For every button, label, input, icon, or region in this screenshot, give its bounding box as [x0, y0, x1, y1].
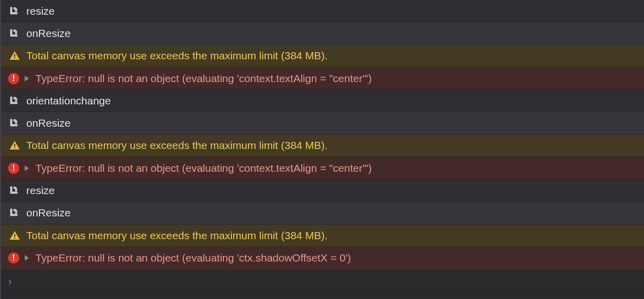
- error-icon: !: [8, 252, 19, 264]
- log-source-icon: [8, 206, 21, 219]
- console-row[interactable]: onResize: [1, 112, 644, 134]
- warning-message: Total canvas memory use exceeds the maxi…: [26, 50, 644, 62]
- warning-message: Total canvas memory use exceeds the maxi…: [26, 230, 644, 242]
- log-source-icon: [8, 184, 21, 197]
- log-message: resize: [26, 184, 644, 197]
- error-icon: !: [8, 73, 19, 84]
- warning-icon: [8, 139, 21, 152]
- svg-rect-2: [14, 144, 15, 146]
- error-message: TypeError: null is not an object (evalua…: [35, 162, 644, 174]
- svg-rect-5: [14, 237, 15, 238]
- warning-icon: [8, 229, 21, 242]
- console-row[interactable]: resize: [1, 179, 644, 202]
- console-row[interactable]: ! TypeError: null is not an object (eval…: [1, 247, 644, 269]
- chevron-right-icon[interactable]: [23, 254, 30, 261]
- console-row[interactable]: Total canvas memory use exceeds the maxi…: [1, 45, 644, 67]
- console-row[interactable]: resize: [1, 0, 644, 22]
- console-row[interactable]: ! TypeError: null is not an object (eval…: [1, 67, 644, 90]
- svg-rect-0: [14, 54, 15, 57]
- log-message: onResize: [26, 117, 644, 129]
- prompt-caret-icon: ›: [8, 275, 12, 288]
- console-panel: resize onResize Total canvas memory use …: [0, 0, 644, 299]
- console-row[interactable]: Total canvas memory use exceeds the maxi…: [1, 135, 644, 157]
- console-row[interactable]: ! TypeError: null is not an object (eval…: [1, 157, 644, 179]
- warning-icon: [8, 49, 21, 62]
- error-icon: !: [8, 163, 19, 174]
- console-row[interactable]: orientationchange: [1, 90, 644, 112]
- chevron-right-icon[interactable]: [23, 165, 30, 172]
- error-message: TypeError: null is not an object (evalua…: [35, 252, 644, 264]
- svg-rect-4: [14, 234, 15, 237]
- error-message: TypeError: null is not an object (evalua…: [35, 72, 644, 85]
- log-source-icon: [8, 117, 21, 130]
- console-prompt[interactable]: ›: [1, 270, 644, 295]
- svg-rect-3: [14, 147, 15, 148]
- warning-message: Total canvas memory use exceeds the maxi…: [26, 139, 644, 152]
- log-source-icon: [8, 5, 21, 18]
- console-row[interactable]: onResize: [1, 22, 644, 45]
- console-row[interactable]: Total canvas memory use exceeds the maxi…: [1, 225, 644, 247]
- svg-rect-1: [14, 58, 15, 59]
- log-message: resize: [26, 5, 644, 17]
- log-source-icon: [8, 94, 21, 107]
- log-message: orientationchange: [26, 95, 644, 107]
- log-message: onResize: [26, 27, 644, 40]
- chevron-right-icon[interactable]: [23, 75, 30, 82]
- console-row[interactable]: onResize: [1, 202, 644, 225]
- log-message: onResize: [26, 207, 644, 219]
- log-source-icon: [8, 27, 21, 40]
